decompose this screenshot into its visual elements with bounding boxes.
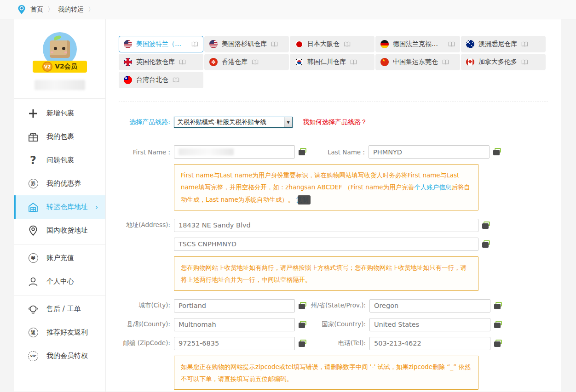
zipcode-value: 97251-6835 [179,340,219,347]
copy-icon[interactable] [494,321,502,329]
county-label: 县/郡(County): [119,320,174,329]
sidebar-item-add-package[interactable]: 新增包裹 [14,102,105,125]
sidebar-item-personal-center[interactable]: 个人中心 [14,270,105,293]
tab-warehouse-canada-toronto[interactable]: 加拿大多伦多 [461,54,546,70]
address-book-icon [521,41,528,47]
state-value: Oregon [374,302,398,309]
product-line-help-link[interactable]: 我如何选择产品线路？ [303,118,367,126]
sidebar-item-after-sales[interactable]: 售后 / 工单 [14,297,105,321]
vip-badge: V2 V2会员 [33,61,87,73]
dropdown-arrow-icon[interactable]: ▼ [284,117,292,127]
address-format-note: 您在购物网站上收货地址如有两行，请严格按照上方格式填写；您在购物网站上收货地址如… [174,256,478,291]
zipcode-note: 如果您正在购物的网站提示zipcode或tel填写错误，请删除数字中间 '-' … [174,356,478,390]
name-format-note: First name与Last name为用户身份重要标识，请在购物网站填写收货… [174,164,478,210]
county-field[interactable]: Multnomah [174,318,295,331]
copy-flash-overlay-icon[interactable] [298,195,311,205]
breadcrumb-separator: 〉 [88,6,94,14]
zipcode-label: 邮编 (ZipCode): [119,339,174,347]
address-book-icon [521,59,528,65]
account-info-link[interactable]: 个人账户信息 [414,183,451,191]
breadcrumb: 首页 〉 我的转运 〉 [0,0,576,19]
zipcode-field[interactable]: 97251-6835 [174,337,295,350]
city-label: 城市(City): [119,301,174,310]
copy-icon[interactable] [494,340,502,347]
sidebar-item-label: 个人中心 [46,277,74,286]
taiwan-flag-icon [124,76,132,84]
copy-icon[interactable] [298,302,307,310]
sidebar-item-coupons[interactable]: 券 我的优惠券 [14,172,105,195]
sidebar-item-member-privileges[interactable]: VIP 我的会员特权 [14,344,105,368]
address-line1-value: 18432 NE Sandy Blvd [179,222,251,229]
copy-icon[interactable] [482,222,490,229]
copy-icon[interactable] [298,340,307,347]
breadcrumb-home[interactable]: 首页 [30,6,43,14]
sidebar-item-label: 新增包裹 [46,109,74,118]
sidebar-item-my-packages[interactable]: 我的包裹 [14,125,105,148]
address-book-icon [448,41,455,47]
sidebar: V2 V2会员 新增包裹 我的包裹 [14,19,106,392]
first-name-field[interactable] [174,145,295,159]
tab-warehouse-japan-osaka[interactable]: 日本大阪仓 [290,36,374,52]
last-name-field[interactable]: PHMNYD [369,145,490,159]
coupon-icon: 券 [27,178,39,190]
tab-warehouse-china-dongguan[interactable]: 中国集运东莞仓 [375,54,460,70]
breadcrumb-current[interactable]: 我的转运 [58,6,84,14]
main-panel: 美国波特兰（免... 美国洛杉矶仓库 日本大阪仓 德国法兰克福仓库 澳洲悉尼仓库 [106,19,561,392]
address-label: 地址(Address): [119,221,174,229]
product-line-label: 选择产品线路: [119,118,174,126]
address-book-icon [191,41,198,47]
country-label: 国家(Country): [307,320,369,329]
menu-divider [14,244,105,244]
username-redacted [35,80,85,90]
sidebar-item-label: 售后 / 工单 [46,305,81,313]
tab-warehouse-germany-frankfurt[interactable]: 德国法兰克福仓库 [375,36,460,52]
warehouse-address-form: 选择产品线路: 关税补贴模式-鞋服关税补贴专线 ▼ 我如何选择产品线路？ Fir… [119,102,548,392]
address-book-icon [173,77,179,83]
korea-flag-icon [295,58,303,66]
copy-icon[interactable] [494,302,502,310]
tab-warehouse-us-portland[interactable]: 美国波特兰（免... [119,36,203,52]
last-name-label: Last Name : [320,148,369,156]
tab-warehouse-us-la[interactable]: 美国洛杉矶仓库 [204,36,289,52]
sidebar-item-warehouse-address[interactable]: 转运仓库地址 › [14,195,105,219]
copy-icon[interactable] [482,240,490,248]
copy-icon[interactable] [493,148,501,156]
address-book-icon [350,59,357,65]
tab-warehouse-korea-incheon[interactable]: 韩国仁川仓库 [290,54,374,70]
sidebar-item-label: 我的包裹 [46,132,74,141]
avatar-box-face [50,40,70,58]
tab-warehouse-hongkong[interactable]: 香港仓库 [204,54,289,70]
canada-flag-icon [466,58,474,66]
copy-icon[interactable] [298,148,307,156]
sidebar-item-recharge[interactable]: ¥ 账户充值 [14,246,105,270]
sidebar-item-label: 转运仓库地址 [46,203,88,211]
sidebar-item-referral[interactable]: 返 推荐好友返利 [14,321,105,344]
tab-warehouse-australia-sydney[interactable]: 澳洲悉尼仓库 [461,36,546,52]
address-book-icon [344,41,351,47]
headset-icon [27,303,39,315]
profile-section: V2 V2会员 [14,19,105,99]
address-line2-field[interactable]: TSCS CNPHMNYD [174,238,478,251]
tel-value: 503-213-4622 [374,340,421,347]
state-field[interactable]: Oregon [369,299,490,312]
yuan-icon: ¥ [27,252,39,264]
address-line2-value: TSCS CNPHMNYD [179,240,236,248]
city-field[interactable]: Portland [174,299,295,312]
address-book-icon [442,59,449,65]
sidebar-item-label: 推荐好友返利 [46,328,88,337]
menu-divider [14,295,105,295]
tel-field[interactable]: 503-213-4622 [369,337,490,350]
tab-warehouse-uk-london[interactable]: 英国伦敦仓库 [119,54,203,70]
sidebar-item-label: 国内收货地址 [46,226,88,235]
warehouse-tabs: 美国波特兰（免... 美国洛杉矶仓库 日本大阪仓 德国法兰克福仓库 澳洲悉尼仓库 [119,36,548,90]
location-pin-icon [17,5,26,15]
us-flag-icon [124,40,132,48]
sidebar-item-problem-packages[interactable]: ? 问题包裹 [14,148,105,172]
address-line1-field[interactable]: 18432 NE Sandy Blvd [174,219,478,232]
copy-icon[interactable] [298,321,307,329]
product-line-select[interactable]: 关税补贴模式-鞋服关税补贴专线 ▼ [174,117,293,128]
country-field[interactable]: United States [369,318,490,331]
sidebar-item-domestic-address[interactable]: 国内收货地址 [14,219,105,242]
question-icon: ? [27,154,39,166]
tab-warehouse-taiwan-taipei[interactable]: 台湾台北仓 [119,72,203,88]
